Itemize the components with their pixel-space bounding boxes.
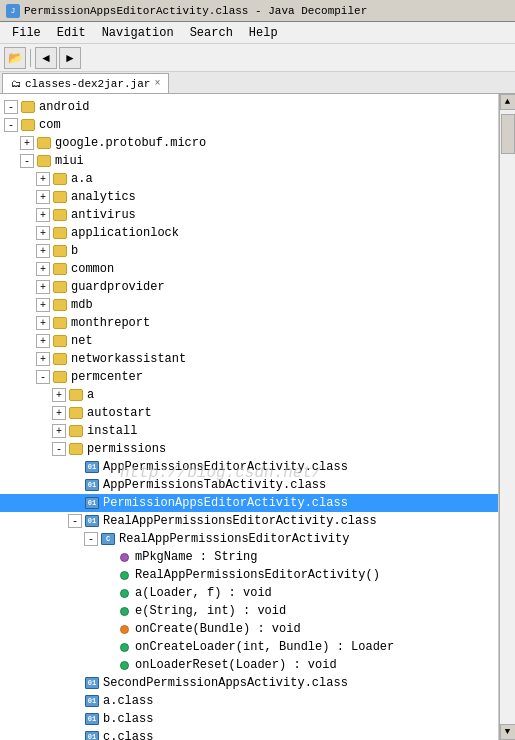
- tree-item[interactable]: +a.a: [0, 170, 498, 188]
- tree-item[interactable]: +autostart: [0, 404, 498, 422]
- tree-item-label: a.class: [103, 694, 153, 708]
- tree-item[interactable]: +mdb: [0, 296, 498, 314]
- tree-item[interactable]: +applicationlock: [0, 224, 498, 242]
- tree-item[interactable]: +guardprovider: [0, 278, 498, 296]
- tree-expander[interactable]: +: [36, 262, 50, 276]
- tree-item[interactable]: +analytics: [0, 188, 498, 206]
- tree-expander[interactable]: +: [36, 298, 50, 312]
- tree-expander[interactable]: +: [36, 172, 50, 186]
- tree-item[interactable]: +networkassistant: [0, 350, 498, 368]
- tree-item[interactable]: +antivirus: [0, 206, 498, 224]
- tree-item[interactable]: +a: [0, 386, 498, 404]
- scrollbar-track[interactable]: [500, 110, 516, 724]
- tree-item-label: networkassistant: [71, 352, 186, 366]
- menu-navigation[interactable]: Navigation: [94, 24, 182, 42]
- tab-classes[interactable]: 🗂 classes-dex2jar.jar ×: [2, 73, 169, 93]
- package-icon: [52, 333, 68, 349]
- class-icon: 01: [84, 477, 100, 493]
- tree-item-label: net: [71, 334, 93, 348]
- tree-item[interactable]: onLoaderReset(Loader) : void: [0, 656, 498, 674]
- tree-expander[interactable]: +: [36, 316, 50, 330]
- tree-item-label: RealAppPermissionsEditorActivity: [119, 532, 349, 546]
- tree-item-label: onLoaderReset(Loader) : void: [135, 658, 337, 672]
- tree-item[interactable]: 01b.class: [0, 710, 498, 728]
- tree-item[interactable]: RealAppPermissionsEditorActivity(): [0, 566, 498, 584]
- tree-item[interactable]: -CRealAppPermissionsEditorActivity: [0, 530, 498, 548]
- tree-item[interactable]: -android: [0, 98, 498, 116]
- tree-item[interactable]: 01AppPermissionsEditorActivity.class: [0, 458, 498, 476]
- tree-item-label: mPkgName : String: [135, 550, 257, 564]
- tree-item[interactable]: 01AppPermissionsTabActivity.class: [0, 476, 498, 494]
- class-icon: 01: [84, 711, 100, 727]
- tree-item[interactable]: a(Loader, f) : void: [0, 584, 498, 602]
- package-icon: [68, 405, 84, 421]
- back-button[interactable]: ◄: [35, 47, 57, 69]
- tree-expander[interactable]: +: [20, 136, 34, 150]
- tree-item[interactable]: onCreate(Bundle) : void: [0, 620, 498, 638]
- menu-search[interactable]: Search: [182, 24, 241, 42]
- tree-item[interactable]: -com: [0, 116, 498, 134]
- tree-item-label: guardprovider: [71, 280, 165, 294]
- tree-item-label: google.protobuf.micro: [55, 136, 206, 150]
- scrollbar-thumb[interactable]: [501, 114, 515, 154]
- tree-item[interactable]: +install: [0, 422, 498, 440]
- scroll-down-button[interactable]: ▼: [500, 724, 516, 740]
- tree-expander[interactable]: +: [36, 352, 50, 366]
- tree-expander[interactable]: +: [36, 334, 50, 348]
- tree-item[interactable]: +net: [0, 332, 498, 350]
- package-icon: [52, 315, 68, 331]
- tree-item[interactable]: +google.protobuf.micro: [0, 134, 498, 152]
- tree-item[interactable]: 01SecondPermissionAppsActivity.class: [0, 674, 498, 692]
- menu-edit[interactable]: Edit: [49, 24, 94, 42]
- forward-button[interactable]: ►: [59, 47, 81, 69]
- package-icon: [68, 423, 84, 439]
- tree-expander[interactable]: -: [4, 118, 18, 132]
- tree-expander[interactable]: +: [36, 244, 50, 258]
- menu-file[interactable]: File: [4, 24, 49, 42]
- method-icon: [116, 603, 132, 619]
- tree-expander[interactable]: +: [52, 388, 66, 402]
- tree-item[interactable]: e(String, int) : void: [0, 602, 498, 620]
- tree-item[interactable]: 01c.class: [0, 728, 498, 740]
- tree-expander[interactable]: -: [84, 532, 98, 546]
- tree-item[interactable]: mPkgName : String: [0, 548, 498, 566]
- tab-close-icon[interactable]: ×: [154, 78, 160, 89]
- tree-item[interactable]: -miui: [0, 152, 498, 170]
- tree-expander[interactable]: +: [36, 190, 50, 204]
- tree-item[interactable]: 01a.class: [0, 692, 498, 710]
- tree-item-label: common: [71, 262, 114, 276]
- package-icon: [20, 117, 36, 133]
- tree-item-label: miui: [55, 154, 84, 168]
- tree-item[interactable]: +common: [0, 260, 498, 278]
- tree-expander[interactable]: -: [4, 100, 18, 114]
- tree-panel[interactable]: http://blog.csdn.net/ -android-com+googl…: [0, 94, 499, 740]
- package-icon: [36, 153, 52, 169]
- title-text: PermissionAppsEditorActivity.class - Jav…: [24, 5, 367, 17]
- tree-expander[interactable]: +: [52, 406, 66, 420]
- tree-item[interactable]: -01RealAppPermissionsEditorActivity.clas…: [0, 512, 498, 530]
- tree-expander[interactable]: +: [52, 424, 66, 438]
- tree-item[interactable]: 01PermissionAppsEditorActivity.class: [0, 494, 498, 512]
- menu-help[interactable]: Help: [241, 24, 286, 42]
- scroll-up-button[interactable]: ▲: [500, 94, 516, 110]
- tree-expander[interactable]: -: [68, 514, 82, 528]
- tree-item[interactable]: -permcenter: [0, 368, 498, 386]
- tree-expander[interactable]: -: [20, 154, 34, 168]
- open-button[interactable]: 📂: [4, 47, 26, 69]
- class-icon: 01: [84, 495, 100, 511]
- tree-item[interactable]: +monthreport: [0, 314, 498, 332]
- tree-item[interactable]: -permissions: [0, 440, 498, 458]
- tree-item-label: a(Loader, f) : void: [135, 586, 272, 600]
- class-icon: 01: [84, 729, 100, 740]
- tree-expander[interactable]: -: [52, 442, 66, 456]
- tree-expander[interactable]: +: [36, 208, 50, 222]
- tree-expander[interactable]: +: [36, 226, 50, 240]
- vertical-scrollbar[interactable]: ▲ ▼: [499, 94, 515, 740]
- tree-expander[interactable]: +: [36, 280, 50, 294]
- tree-item[interactable]: +b: [0, 242, 498, 260]
- tree-item-label: autostart: [87, 406, 152, 420]
- tree-expander[interactable]: -: [36, 370, 50, 384]
- package-icon: [52, 279, 68, 295]
- toolbar-separator: [30, 49, 31, 67]
- tree-item[interactable]: onCreateLoader(int, Bundle) : Loader: [0, 638, 498, 656]
